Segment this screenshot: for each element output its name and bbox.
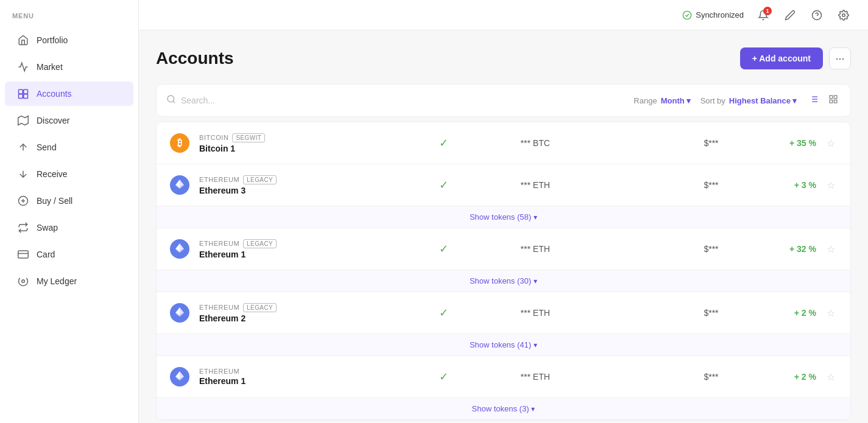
account-details: ETHEREUM LEGACY Ethereum 2 — [199, 303, 277, 323]
help-button[interactable] — [807, 5, 827, 25]
svg-rect-25 — [830, 96, 833, 99]
account-name: Bitcoin 1 — [199, 144, 265, 153]
chevron-down-icon: ▾ — [534, 277, 537, 285]
sidebar-label-accounts: Accounts — [37, 89, 72, 99]
account-tag-legacy: LEGACY — [243, 239, 277, 248]
account-info-bitcoin1: ₿ BITCOIN SEGWIT Bitcoin 1 — [169, 132, 413, 154]
account-change-ethereum2: + 2 % — [719, 308, 824, 318]
list-view-button[interactable] — [806, 92, 821, 109]
search-input[interactable] — [181, 96, 364, 105]
edit-icon — [785, 10, 796, 21]
more-options-button[interactable]: ··· — [829, 47, 851, 69]
svg-rect-10 — [18, 251, 29, 258]
chevron-down-icon: ▾ — [686, 96, 691, 105]
svg-rect-0 — [19, 89, 23, 94]
star-button-bitcoin1[interactable]: ☆ — [824, 138, 838, 149]
account-change-bitcoin1: + 35 % — [719, 138, 824, 148]
sidebar-label-send: Send — [37, 142, 57, 152]
grid-view-button[interactable] — [826, 92, 841, 109]
account-type-label: ETHEREUM — [199, 368, 239, 375]
show-tokens-text: Show tokens (58) — [470, 212, 531, 222]
sidebar: MENU Portfolio Market Accounts — [0, 0, 139, 423]
show-tokens-row-ethereum1a[interactable]: Show tokens (30) ▾ — [157, 270, 850, 292]
show-tokens-row-ethereum2[interactable]: Show tokens (41) ▾ — [157, 334, 850, 356]
account-type-row: ETHEREUM LEGACY — [199, 303, 277, 312]
account-tag-segwit: SEGWIT — [232, 133, 265, 142]
sidebar-item-market[interactable]: Market — [5, 55, 133, 79]
sidebar-label-discover: Discover — [37, 116, 69, 125]
chevron-down-icon: ▾ — [531, 405, 535, 413]
account-info-ethereum2: ETHEREUM LEGACY Ethereum 2 — [169, 302, 413, 324]
svg-rect-2 — [19, 94, 23, 99]
sidebar-item-receive[interactable]: Receive — [5, 162, 133, 186]
account-name: Ethereum 1 — [199, 376, 245, 386]
account-type-label: ETHEREUM — [199, 304, 239, 311]
search-box — [166, 94, 633, 107]
range-dropdown[interactable]: Month ▾ — [661, 96, 691, 105]
account-tag-legacy: LEGACY — [243, 303, 277, 312]
show-tokens-row-ethereum1b[interactable]: Show tokens (3) ▾ — [157, 398, 850, 420]
accounts-icon — [17, 88, 29, 100]
account-type-row: ETHEREUM — [199, 368, 245, 375]
sidebar-item-discover[interactable]: Discover — [5, 108, 133, 133]
sync-check-icon: ✓ — [439, 306, 448, 320]
account-address-ethereum1b: *** ETH — [474, 372, 596, 382]
star-button-ethereum2[interactable]: ☆ — [824, 307, 838, 319]
sync-check-icon: ✓ — [439, 370, 448, 383]
settings-button[interactable] — [834, 5, 853, 25]
ethereum-logo — [169, 174, 191, 196]
sidebar-item-swap[interactable]: Swap — [5, 215, 133, 240]
sidebar-label-receive: Receive — [37, 169, 68, 179]
star-button-ethereum1a[interactable]: ☆ — [824, 243, 838, 255]
filter-bar: Range Month ▾ Sort by Highest Balance ▾ — [156, 84, 851, 117]
sync-check-icon — [682, 10, 692, 20]
header-actions: + Add account ··· — [740, 47, 851, 69]
sort-dropdown[interactable]: Highest Balance ▾ — [729, 96, 797, 105]
svg-point-12 — [22, 280, 25, 283]
search-icon — [166, 94, 176, 107]
sidebar-label-portfolio: Portfolio — [37, 35, 68, 45]
table-row[interactable]: ETHEREUM LEGACY Ethereum 3 ✓ *** ETH $**… — [157, 164, 850, 206]
topbar: Synchronized 1 — [139, 0, 868, 30]
notification-button[interactable]: 1 — [753, 5, 773, 25]
notification-badge: 1 — [763, 7, 772, 15]
market-icon — [17, 61, 29, 73]
svg-text:₿: ₿ — [177, 138, 182, 148]
account-sync-ethereum2: ✓ — [413, 306, 474, 320]
send-icon — [17, 141, 29, 153]
sidebar-item-send[interactable]: Send — [5, 135, 133, 159]
account-balance-ethereum1a: $*** — [596, 244, 719, 254]
receive-icon — [17, 168, 29, 180]
settings-icon — [838, 10, 849, 21]
star-button-ethereum3[interactable]: ☆ — [824, 180, 838, 191]
sidebar-item-card[interactable]: Card — [5, 242, 133, 267]
account-sync-bitcoin1: ✓ — [413, 136, 474, 150]
table-row[interactable]: ETHEREUM LEGACY Ethereum 2 ✓ *** ETH $**… — [157, 292, 850, 334]
svg-rect-27 — [830, 100, 833, 103]
svg-rect-1 — [24, 89, 28, 94]
sync-check-icon: ✓ — [439, 242, 448, 256]
table-row[interactable]: ETHEREUM Ethereum 1 ✓ *** ETH $*** + 2 %… — [157, 356, 850, 398]
sidebar-item-myledger[interactable]: My Ledger — [5, 269, 133, 293]
sidebar-item-accounts[interactable]: Accounts — [5, 82, 133, 106]
edit-button[interactable] — [780, 5, 800, 25]
account-address-ethereum1a: *** ETH — [474, 244, 596, 254]
account-type-row: ETHEREUM LEGACY — [199, 239, 277, 248]
add-account-button[interactable]: + Add account — [740, 47, 823, 69]
svg-line-18 — [173, 101, 175, 103]
account-sync-ethereum1a: ✓ — [413, 242, 474, 256]
table-row[interactable]: ETHEREUM LEGACY Ethereum 1 ✓ *** ETH $**… — [157, 228, 850, 270]
account-details: ETHEREUM LEGACY Ethereum 3 — [199, 175, 277, 195]
account-info-ethereum1a: ETHEREUM LEGACY Ethereum 1 — [169, 238, 413, 260]
svg-marker-4 — [18, 116, 29, 125]
show-tokens-row-ethereum3[interactable]: Show tokens (58) ▾ — [157, 206, 850, 228]
sidebar-label-swap: Swap — [37, 223, 58, 232]
accounts-list: ₿ BITCOIN SEGWIT Bitcoin 1 ✓ *** BTC $**… — [156, 122, 851, 421]
main-content: Accounts + Add account ··· Range Month — [139, 30, 868, 423]
table-row[interactable]: ₿ BITCOIN SEGWIT Bitcoin 1 ✓ *** BTC $**… — [157, 122, 850, 164]
sidebar-item-buysell[interactable]: Buy / Sell — [5, 189, 133, 213]
account-balance-bitcoin1: $*** — [596, 138, 719, 148]
chevron-down-icon: ▾ — [534, 341, 537, 349]
star-button-ethereum1b[interactable]: ☆ — [824, 371, 838, 383]
sidebar-item-portfolio[interactable]: Portfolio — [5, 28, 133, 52]
